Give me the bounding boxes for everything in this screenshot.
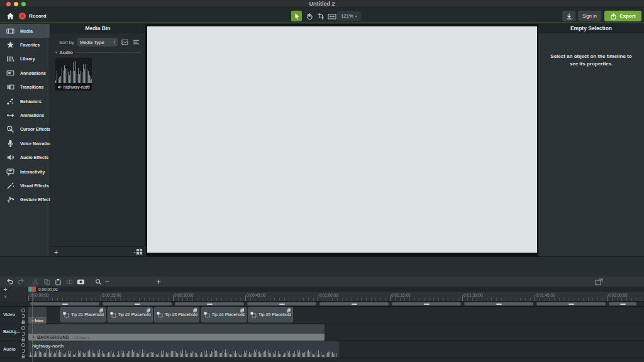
sidebar-item-transitions[interactable]: Transitions [0, 80, 50, 94]
sidebar-item-media[interactable]: Media [0, 24, 50, 38]
crop-mode-button[interactable] [65, 278, 73, 285]
sidebar-item-label: Audio Effects [20, 155, 48, 160]
sidebar-item-visual-effects[interactable]: Visual Effects [0, 178, 50, 192]
export-button[interactable]: Export [604, 11, 641, 21]
list-view-button[interactable] [132, 38, 140, 47]
sort-row: Sort by Media Type ▴▾ [50, 37, 146, 47]
clip-partial[interactable] [319, 302, 389, 305]
select-arrows-icon: ▴▾ [114, 40, 115, 45]
clip-partial[interactable] [103, 302, 172, 305]
zoom-level-select[interactable]: 121% ▾ [337, 11, 361, 21]
cursor-icon [293, 13, 301, 20]
pan-tool-button[interactable] [304, 11, 314, 21]
collapse-tracks-button[interactable]: ∨ [2, 294, 9, 300]
marker-row[interactable] [28, 287, 644, 292]
media-bin-footer: + ◂ [50, 246, 146, 256]
clip-group-background[interactable]: + BACKGROUND - ( 2 clips ) [28, 324, 325, 341]
zoom-level-value: 121% [341, 13, 353, 19]
magnet-icon[interactable] [21, 331, 26, 336]
visibility-toggle-icon[interactable] [21, 326, 26, 331]
visibility-toggle-icon[interactable] [21, 343, 26, 348]
copy-badge-icon [146, 308, 151, 313]
record-label: Record [29, 13, 47, 19]
visibility-toggle-icon[interactable] [21, 308, 26, 313]
clip-highway-north[interactable]: highway-north [28, 341, 339, 358]
copy-button[interactable] [43, 278, 50, 285]
zoom-in-button[interactable] [155, 278, 162, 285]
sort-select[interactable]: Media Type ▴▾ [77, 38, 118, 47]
sidebar-item-interactivity[interactable]: Interactivity [0, 165, 50, 178]
page-curl [87, 79, 92, 83]
add-track-button[interactable]: + [2, 286, 9, 293]
titlebar: Untitled 2 [0, 0, 644, 8]
clip-group-intro[interactable]: +Intro [28, 307, 47, 324]
clip-tip-2[interactable]: Tip #2 Placeholder [108, 307, 153, 322]
track-controls-background [21, 326, 26, 343]
intro-group-label: +Intro [28, 317, 47, 324]
magnet-icon[interactable] [21, 314, 26, 319]
clip-partial[interactable] [392, 302, 461, 305]
clip-partial[interactable] [609, 302, 636, 305]
sidebar-item-voice-narration[interactable]: Voice Narration [0, 136, 50, 150]
audio-effects-icon [6, 153, 14, 162]
sidebar-item-favorites[interactable]: Favorites [0, 38, 50, 52]
animations-icon [6, 111, 14, 119]
record-button[interactable]: Record [19, 12, 47, 19]
sign-in-button[interactable]: Sign in [578, 11, 601, 21]
crop-tool-button[interactable] [315, 11, 326, 21]
sidebar-item-behaviors[interactable]: Behaviors [0, 94, 50, 108]
sidebar-item-gesture-effects[interactable]: Gesture Effects [0, 193, 50, 207]
playhead-line[interactable] [32, 292, 33, 362]
magnet-icon[interactable] [21, 348, 26, 353]
sidebar-item-audio-effects[interactable]: Audio Effects [0, 151, 50, 165]
copy-badge-icon [99, 308, 104, 313]
zoom-out-button[interactable] [103, 278, 111, 285]
select-tool-button[interactable] [291, 11, 302, 21]
detach-timeline-button[interactable] [595, 278, 602, 285]
download-button[interactable] [562, 11, 575, 21]
export-label: Export [619, 13, 635, 19]
track-label-audio: Audio [3, 347, 16, 351]
fit-canvas-button[interactable] [326, 11, 338, 21]
sidebar-item-label: Media [20, 29, 33, 33]
undo-button[interactable] [6, 278, 14, 285]
sign-in-label: Sign in [582, 13, 597, 19]
media-item-highway-north[interactable]: highway-north [55, 58, 92, 90]
timeline-tracks: Video +Intro Tip #1 PlaceholderTip #2 Pl… [0, 302, 644, 362]
timeline-zoom-button[interactable] [94, 278, 102, 285]
clip-tip-4[interactable]: Tip #4 Placeholder [201, 307, 247, 322]
voice-narration-icon [6, 140, 14, 148]
frame-icon [66, 278, 73, 285]
audio-section-header[interactable]: ▾ Audio [55, 49, 141, 55]
timeline-ruler[interactable]: 0:00:00;000:00:15;000:00:30;000:00:45;00… [28, 292, 644, 302]
split-button[interactable] [31, 278, 39, 285]
sidebar-item-annotations[interactable]: Annotations [0, 66, 50, 80]
home-button[interactable] [5, 11, 15, 20]
playhead-time-label: 0:00:00;00 [38, 287, 58, 292]
playhead-out-handle[interactable] [32, 287, 36, 292]
screenshot-button[interactable] [77, 278, 84, 285]
clip-partial[interactable] [464, 302, 533, 305]
clip-partial[interactable] [536, 302, 606, 305]
sidebar-item-animations[interactable]: Animations [0, 108, 50, 122]
sidebar-item-label: Cursor Effects [20, 127, 50, 131]
clip-tip-1[interactable]: Tip #1 Placeholder [60, 307, 106, 322]
thumbnail-view-button[interactable] [121, 38, 129, 47]
clip-label: Tip #2 Placeholder [118, 312, 151, 317]
clip-partial[interactable] [30, 302, 99, 305]
clip-label: Tip #5 Placeholder [258, 312, 291, 317]
canvas[interactable] [147, 26, 537, 253]
sidebar-item-cursor-effects[interactable]: Cursor Effects [0, 123, 50, 136]
clip-partial[interactable] [175, 302, 244, 305]
redo-button[interactable] [17, 278, 25, 285]
clip-partial[interactable] [247, 302, 316, 305]
clip-tip-3[interactable]: Tip #3 Placeholder [154, 307, 199, 322]
grid-view-button[interactable]: ◂ [133, 249, 142, 255]
sidebar-item-library[interactable]: Library [0, 52, 50, 66]
paste-button[interactable] [54, 278, 62, 285]
properties-panel-title: Empty Selection [538, 24, 644, 33]
clip-tip-5[interactable]: Tip #5 Placeholder [248, 307, 293, 322]
add-media-button[interactable]: + [54, 249, 58, 255]
annotations-icon [6, 69, 14, 77]
ruler-label: 0:00:30;00 [174, 293, 194, 297]
